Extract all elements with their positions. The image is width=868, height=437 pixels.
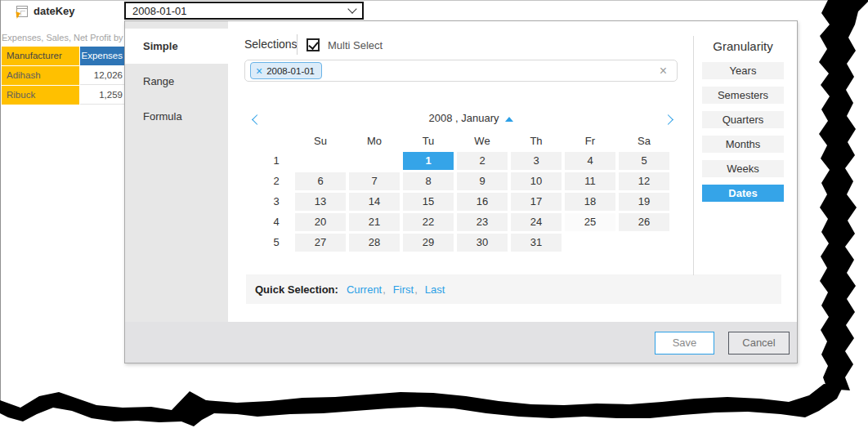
day-cell[interactable]: 17 bbox=[511, 193, 562, 211]
day-cell[interactable]: 5 bbox=[619, 152, 669, 170]
quick-link-last[interactable]: Last bbox=[425, 283, 445, 296]
chip-value: 2008-01-01 bbox=[266, 66, 315, 76]
day-cell[interactable]: 31 bbox=[511, 234, 562, 252]
cell-manufacturer: Adihash bbox=[2, 66, 79, 85]
chevron-left-icon[interactable] bbox=[252, 114, 262, 125]
day-cell-empty bbox=[295, 152, 346, 170]
calendar-title[interactable]: 2008 , January bbox=[295, 112, 647, 124]
quick-link-current[interactable]: Current bbox=[347, 283, 382, 296]
date-filter-dialog: Simple Range Formula Selections Multi Se… bbox=[124, 20, 798, 363]
day-cell[interactable]: 3 bbox=[511, 152, 562, 170]
data-table: Manufacturer Expenses Adihash 12,026 Rib… bbox=[2, 47, 125, 105]
day-header-sa: Sa bbox=[619, 132, 669, 149]
day-cell[interactable]: 4 bbox=[565, 152, 615, 170]
column-header-expenses: Expenses bbox=[80, 47, 124, 65]
day-header-mo: Mo bbox=[349, 132, 400, 149]
visual-title: Expenses, Sales, Net Profit by bbox=[2, 33, 124, 42]
week-number: 5 bbox=[261, 234, 292, 252]
day-cell[interactable]: 7 bbox=[349, 172, 400, 190]
day-header-we: We bbox=[457, 132, 508, 149]
cell-expenses: 1,259 bbox=[80, 86, 124, 105]
day-cell[interactable]: 26 bbox=[619, 213, 669, 231]
day-cell[interactable]: 16 bbox=[457, 193, 508, 211]
granularity-quarters-button[interactable]: Quarters bbox=[702, 111, 784, 128]
day-cell[interactable]: 2 bbox=[457, 152, 508, 170]
slicer-field-label: dateKey bbox=[34, 5, 75, 17]
selections-input[interactable]: × 2008-01-01 × bbox=[244, 60, 678, 82]
granularity-semesters-button[interactable]: Semesters bbox=[702, 87, 784, 104]
clear-all-x-icon[interactable]: × bbox=[660, 64, 667, 78]
tab-range[interactable]: Range bbox=[125, 64, 228, 99]
page-top-border bbox=[0, 0, 830, 1]
calendar-flash-icon bbox=[16, 6, 28, 17]
date-dropdown[interactable]: 2008-01-01 bbox=[124, 2, 364, 20]
screenshot-stage: dateKey Expenses, Sales, Net Profit by M… bbox=[0, 0, 868, 437]
day-cell[interactable]: 21 bbox=[349, 213, 400, 231]
day-cell[interactable]: 27 bbox=[295, 234, 346, 252]
day-header-su: Su bbox=[295, 132, 346, 149]
granularity-years-button[interactable]: Years bbox=[702, 62, 784, 79]
day-cell[interactable]: 23 bbox=[457, 213, 508, 231]
day-header-fr: Fr bbox=[565, 132, 615, 149]
day-cell-selected[interactable]: 1 bbox=[403, 152, 454, 170]
day-cell[interactable]: 12 bbox=[619, 172, 669, 190]
day-cell[interactable]: 18 bbox=[565, 193, 615, 211]
triangle-up-icon bbox=[505, 117, 513, 122]
day-cell[interactable]: 29 bbox=[403, 234, 454, 252]
divider bbox=[693, 36, 694, 275]
cancel-button[interactable]: Cancel bbox=[728, 332, 790, 355]
week-number-header bbox=[261, 132, 292, 149]
day-cell[interactable]: 24 bbox=[511, 213, 562, 231]
day-header-tu: Tu bbox=[403, 132, 454, 149]
day-cell[interactable]: 22 bbox=[403, 213, 454, 231]
quick-selection-bar: Quick Selection: Current , First , Last bbox=[246, 274, 781, 304]
day-cell[interactable]: 14 bbox=[349, 193, 400, 211]
table-header-row: Manufacturer Expenses bbox=[2, 47, 125, 65]
granularity-dates-button[interactable]: Dates bbox=[702, 185, 784, 202]
multi-select-label: Multi Select bbox=[328, 39, 383, 51]
day-cell[interactable]: 15 bbox=[403, 193, 454, 211]
chip-remove-x-icon[interactable]: × bbox=[256, 65, 262, 77]
selected-date-chip[interactable]: × 2008-01-01 bbox=[250, 62, 322, 79]
day-header-th: Th bbox=[511, 132, 562, 149]
selections-label: Selections bbox=[244, 38, 298, 51]
week-number: 2 bbox=[261, 172, 292, 190]
calendar-title-text: 2008 , January bbox=[428, 112, 499, 124]
slicer-header: dateKey bbox=[16, 5, 75, 17]
day-cell[interactable]: 9 bbox=[457, 172, 508, 190]
quick-selection-label: Quick Selection: bbox=[255, 283, 338, 296]
chevron-right-icon[interactable] bbox=[663, 114, 673, 125]
cell-manufacturer: Ribuck bbox=[2, 86, 79, 105]
day-cell[interactable]: 11 bbox=[565, 172, 615, 190]
separator: , bbox=[414, 283, 418, 296]
chevron-down-icon bbox=[347, 4, 356, 13]
day-cell[interactable]: 8 bbox=[403, 172, 454, 190]
page-left-border bbox=[0, 0, 1, 402]
dropdown-value: 2008-01-01 bbox=[132, 5, 349, 17]
week-number: 1 bbox=[261, 152, 292, 170]
day-cell[interactable]: 6 bbox=[295, 172, 346, 190]
calendar-grid: Su Mo Tu We Th Fr Sa 1 1 2 3 4 5 2 6 7 8… bbox=[261, 132, 669, 252]
granularity-months-button[interactable]: Months bbox=[702, 136, 784, 153]
week-number: 4 bbox=[261, 213, 292, 231]
save-button[interactable]: Save bbox=[655, 332, 714, 355]
week-number: 3 bbox=[261, 193, 292, 211]
day-cell-empty bbox=[619, 234, 669, 252]
dialog-tab-sidebar: Simple Range Formula bbox=[125, 21, 228, 322]
day-cell[interactable]: 28 bbox=[349, 234, 400, 252]
day-cell[interactable]: 30 bbox=[457, 234, 508, 252]
multi-select-checkbox[interactable] bbox=[306, 38, 320, 51]
day-cell[interactable]: 19 bbox=[619, 193, 669, 211]
day-cell[interactable]: 10 bbox=[511, 172, 562, 190]
quick-link-first[interactable]: First bbox=[393, 283, 414, 296]
tab-formula[interactable]: Formula bbox=[125, 99, 228, 134]
granularity-title: Granularity bbox=[702, 39, 784, 53]
tab-simple[interactable]: Simple bbox=[125, 29, 228, 64]
column-header-manufacturer: Manufacturer bbox=[2, 47, 79, 65]
divider bbox=[297, 34, 298, 55]
day-cell-empty bbox=[565, 234, 615, 252]
day-cell[interactable]: 25 bbox=[565, 213, 615, 231]
day-cell[interactable]: 13 bbox=[295, 193, 346, 211]
granularity-weeks-button[interactable]: Weeks bbox=[702, 160, 784, 177]
day-cell[interactable]: 20 bbox=[295, 213, 346, 231]
